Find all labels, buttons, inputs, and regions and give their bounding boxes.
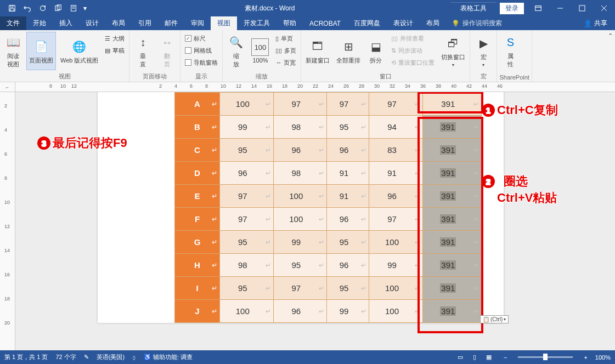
menu-references[interactable]: 引用: [132, 16, 158, 30]
table-cell[interactable]: 99↵: [273, 231, 327, 254]
properties-button[interactable]: S属 性: [499, 32, 521, 70]
switch-window-button[interactable]: 🗗切换窗口▾: [439, 32, 467, 70]
table-cell[interactable]: 96↵: [220, 162, 274, 185]
table-cell[interactable]: 98↵: [220, 254, 274, 277]
table-cell[interactable]: 98↵: [273, 116, 327, 139]
collapse-ribbon-button[interactable]: ⌃: [605, 30, 615, 82]
outline-button[interactable]: ☰大纲: [103, 33, 127, 44]
menu-insert[interactable]: 插入: [53, 16, 79, 30]
language-status[interactable]: 英语(美国): [97, 353, 125, 361]
spellcheck-icon[interactable]: ✎: [84, 354, 89, 361]
zoom-thumb[interactable]: [543, 354, 548, 360]
qat-button-4[interactable]: [50, 1, 66, 16]
table-cell[interactable]: 99↵: [327, 300, 369, 323]
table-row[interactable]: C↵95↵96↵96↵83↵391↵: [175, 139, 482, 162]
menu-home[interactable]: 开始: [26, 16, 53, 30]
page-status[interactable]: 第 1 页，共 1 页: [4, 353, 48, 361]
read-mode-button[interactable]: ▭: [453, 351, 467, 363]
row-header[interactable]: C↵: [175, 139, 220, 162]
data-table[interactable]: A↵100↵97↵97↵97↵391↵B↵99↵98↵95↵94↵391↵C↵9…: [174, 92, 482, 323]
menu-dev[interactable]: 开发工具: [237, 16, 277, 30]
web-layout-button[interactable]: 🌐Web 版式视图: [58, 32, 100, 70]
table-cell[interactable]: 95↵: [273, 254, 327, 277]
menu-table-design[interactable]: 表设计: [387, 16, 420, 30]
table-cell[interactable]: 100↵: [220, 300, 274, 323]
print-layout-view-button[interactable]: ▯: [467, 351, 482, 363]
nav-checkbox[interactable]: 导航窗格: [183, 57, 220, 68]
table-cell[interactable]: 99↵: [220, 116, 274, 139]
grid-checkbox[interactable]: 网格线: [183, 45, 220, 56]
tell-me-search[interactable]: 💡操作说明搜索: [446, 16, 507, 30]
one-page-button[interactable]: ▯单页: [273, 33, 298, 44]
maximize-button[interactable]: [571, 0, 593, 16]
login-button[interactable]: 登录: [500, 3, 524, 14]
vertical-ruler[interactable]: 2468101214161820: [0, 92, 15, 350]
table-cell[interactable]: 391↵: [422, 277, 481, 300]
table-row[interactable]: F↵97↵100↵96↵97↵391↵: [175, 208, 482, 231]
table-cell[interactable]: 391↵: [422, 93, 481, 116]
macro-button[interactable]: ▶宏▾: [472, 32, 494, 70]
table-cell[interactable]: 100↵: [369, 231, 423, 254]
print-layout-button[interactable]: 📄页面视图: [26, 32, 56, 70]
table-cell[interactable]: 99↵: [369, 254, 423, 277]
qat-customize[interactable]: ▾: [81, 1, 89, 16]
table-cell[interactable]: 91↵: [369, 162, 423, 185]
table-row[interactable]: B↵99↵98↵95↵94↵391↵: [175, 116, 482, 139]
table-cell[interactable]: 96↵: [273, 139, 327, 162]
row-header[interactable]: B↵: [175, 116, 220, 139]
table-cell[interactable]: 391↵: [422, 254, 481, 277]
table-cell[interactable]: 391↵: [422, 208, 481, 231]
row-header[interactable]: H↵: [175, 254, 220, 277]
split-button[interactable]: ⬓拆分: [365, 32, 387, 70]
table-cell[interactable]: 391↵: [422, 231, 481, 254]
web-layout-view-button[interactable]: ▦: [482, 351, 496, 363]
menu-acrobat[interactable]: ACROBAT: [303, 16, 347, 30]
reset-window-button[interactable]: ⟲重设窗口位置: [389, 57, 437, 68]
table-row[interactable]: I↵95↵97↵95↵100↵391↵: [175, 277, 482, 300]
row-header[interactable]: J↵: [175, 300, 220, 323]
menu-layout[interactable]: 布局: [105, 16, 132, 30]
table-cell[interactable]: 97↵: [369, 93, 423, 116]
arrange-all-button[interactable]: ⊞全部重排: [334, 32, 363, 70]
undo-button[interactable]: [20, 1, 35, 16]
ruler-checkbox[interactable]: ✓标尺: [183, 33, 220, 44]
table-row[interactable]: E↵97↵100↵91↵96↵391↵: [175, 185, 482, 208]
table-cell[interactable]: 100↵: [369, 300, 423, 323]
redo-button[interactable]: [35, 1, 50, 16]
table-cell[interactable]: 100↵: [273, 208, 327, 231]
table-cell[interactable]: 83↵: [369, 139, 423, 162]
zoom-in-button[interactable]: +: [584, 354, 587, 361]
table-cell[interactable]: 391↵: [422, 185, 481, 208]
table-row[interactable]: H↵98↵95↵96↵99↵391↵: [175, 254, 482, 277]
table-row[interactable]: D↵96↵98↵91↵91↵391↵: [175, 162, 482, 185]
vertical-button[interactable]: ↕垂 直: [132, 32, 154, 70]
multi-page-button[interactable]: ▯▯多页: [273, 45, 298, 56]
flip-button[interactable]: ↔翻 页: [156, 32, 178, 70]
table-cell[interactable]: 95↵: [220, 139, 274, 162]
side-by-side-button[interactable]: ▯▯并排查看: [389, 33, 437, 44]
table-cell[interactable]: 95↵: [220, 231, 274, 254]
insert-mode[interactable]: ⎀: [132, 354, 136, 361]
table-cell[interactable]: 100↵: [220, 93, 274, 116]
row-header[interactable]: A↵: [175, 93, 220, 116]
table-cell[interactable]: 98↵: [273, 162, 327, 185]
share-button[interactable]: 👤共享: [576, 16, 615, 30]
draft-button[interactable]: ▤草稿: [103, 45, 127, 56]
zoom-button[interactable]: 🔍缩 放: [225, 32, 247, 70]
table-row[interactable]: A↵100↵97↵97↵97↵391↵: [175, 93, 482, 116]
menu-help[interactable]: 帮助: [277, 16, 303, 30]
menu-mail[interactable]: 邮件: [158, 16, 184, 30]
page-width-button[interactable]: ↔页宽: [273, 57, 298, 68]
table-cell[interactable]: 391↵: [422, 162, 481, 185]
menu-file[interactable]: 文件: [0, 16, 26, 30]
table-cell[interactable]: 95↵: [220, 277, 274, 300]
table-cell[interactable]: 100↵: [273, 185, 327, 208]
sync-scroll-button[interactable]: ⇅同步滚动: [389, 45, 437, 56]
table-cell[interactable]: 391↵: [422, 139, 481, 162]
accessibility-status[interactable]: ♿ 辅助功能: 调查: [144, 353, 193, 361]
zoom-100-button[interactable]: 100100%: [249, 32, 271, 70]
zoom-level[interactable]: 100%: [595, 354, 611, 361]
table-cell[interactable]: 391↵: [422, 300, 481, 323]
table-cell[interactable]: 95↵: [327, 116, 369, 139]
table-cell[interactable]: 91↵: [327, 185, 369, 208]
